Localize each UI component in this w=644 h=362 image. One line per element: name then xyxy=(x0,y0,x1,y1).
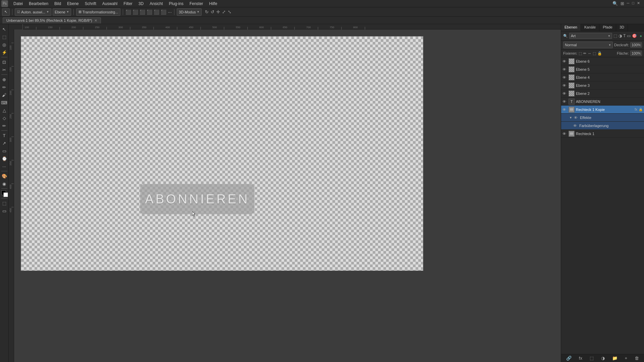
fx-icon[interactable]: fx xyxy=(635,108,637,111)
align-top-btn[interactable]: ⬛ xyxy=(147,9,152,15)
canvas-scroll[interactable]: ABONNIEREN xyxy=(14,29,561,362)
layer-kind-dropdown[interactable]: Art ▼ xyxy=(569,33,612,39)
selection-tool[interactable]: ⬚ xyxy=(1,33,8,41)
visibility-ebene5[interactable]: 👁 xyxy=(562,67,567,71)
3d-mode-dropdown[interactable]: 3D-Modus ▼ xyxy=(177,8,202,16)
align-right-btn[interactable]: ⬛ xyxy=(140,9,145,15)
color-swatches[interactable] xyxy=(1,190,8,197)
maximize-btn[interactable]: □ xyxy=(632,1,634,6)
visibility-ebene2[interactable]: 👁 xyxy=(562,92,567,96)
visibility-rechteck1[interactable]: 👁 xyxy=(562,132,567,136)
filter-shape-icon[interactable]: ▭ xyxy=(627,34,631,38)
3d-pan-btn[interactable]: ✛ xyxy=(216,9,220,14)
visibility-farbuberlagerung[interactable]: 👁 xyxy=(573,124,578,128)
magic-wand-tool[interactable]: ⚡ xyxy=(1,49,8,56)
menu-ansicht[interactable]: Ansicht xyxy=(147,1,165,7)
gradient-tool[interactable]: ◇ xyxy=(1,114,8,122)
tab-layers[interactable]: Ebenen xyxy=(561,24,581,31)
lock-position-icon[interactable]: ↔ xyxy=(588,51,591,55)
layer-item-abonnieren[interactable]: 👁 T ABONNIEREN xyxy=(561,98,644,106)
shape-tool[interactable]: ··· xyxy=(1,163,8,170)
layer-item-ebene4[interactable]: 👁 Ebene 4 xyxy=(561,73,644,81)
auto-select-checkbox[interactable]: ☑ Auton. auswi... ▼ xyxy=(15,8,51,16)
canvas[interactable]: ABONNIEREN xyxy=(21,36,423,271)
close-btn[interactable]: ✕ xyxy=(637,1,640,6)
layer-dropdown[interactable]: Ebene ▼ xyxy=(53,8,71,16)
brush-tool[interactable]: ✏ xyxy=(1,83,8,91)
menu-hilfe[interactable]: Hilfe xyxy=(207,1,220,7)
pen-tool[interactable]: ↗ xyxy=(1,139,8,147)
menu-3d[interactable]: 3D xyxy=(136,1,146,7)
lock-transparency-icon[interactable]: ⬚ xyxy=(579,51,582,56)
layer-item-ebene6[interactable]: 👁 Ebene 6 xyxy=(561,57,644,65)
move-tool-btn[interactable]: ↖ xyxy=(2,8,10,16)
quick-mask-btn[interactable]: ⬚ xyxy=(1,199,8,207)
filter-text-icon[interactable]: T xyxy=(623,34,626,38)
eraser-tool[interactable]: △ xyxy=(1,107,8,114)
tab-3d[interactable]: 3D xyxy=(616,24,628,31)
layer-item-rechteck1kopie[interactable]: 👁 Rechteck 1 Kopie fx 🔒 xyxy=(561,106,644,114)
layer-item-rechteck1[interactable]: 👁 Rechteck 1 xyxy=(561,130,644,138)
menu-ebene[interactable]: Ebene xyxy=(64,1,82,7)
menu-filter[interactable]: Filter xyxy=(121,1,135,7)
layer-item-ebene3[interactable]: 👁 Ebene 3 xyxy=(561,81,644,89)
lasso-tool[interactable]: ◎ xyxy=(1,41,8,48)
visibility-ebene6[interactable]: 👁 xyxy=(562,59,567,63)
expand-effekte[interactable]: ▼ xyxy=(569,116,573,119)
menu-auswahl[interactable]: Auswahl xyxy=(100,1,120,7)
move-tool[interactable]: ↖ xyxy=(1,25,8,33)
lock-pixels-icon[interactable]: ✏ xyxy=(583,51,586,56)
lock-artboards-icon[interactable]: ⬚ xyxy=(593,51,596,56)
healing-tool[interactable]: ⊕ xyxy=(1,76,8,83)
distribute-btn[interactable]: ··· xyxy=(168,9,172,15)
screen-mode-btn[interactable]: ▭ xyxy=(1,207,8,215)
link-layers-btn[interactable]: 🔗 xyxy=(566,356,572,361)
subscribe-button-canvas[interactable]: ABONNIEREN xyxy=(140,184,254,214)
align-center-btn[interactable]: ⬛ xyxy=(132,9,138,15)
blend-mode-dropdown[interactable]: Normal ▼ xyxy=(563,42,613,48)
blur-tool[interactable]: ✏ xyxy=(1,122,8,129)
align-bottom-btn[interactable]: ⬛ xyxy=(161,9,166,15)
new-fill-layer-btn[interactable]: ◑ xyxy=(601,356,605,361)
visibility-effekte[interactable]: 👁 xyxy=(574,116,579,120)
filter-pixel-icon[interactable]: ⬚ xyxy=(613,34,617,38)
filter-adjust-icon[interactable]: ◑ xyxy=(619,34,622,38)
hand-tool[interactable]: 🎨 xyxy=(1,172,8,180)
background-color[interactable] xyxy=(3,192,8,197)
tab-paths[interactable]: Pfade xyxy=(599,24,616,31)
history-brush[interactable]: ⌨ xyxy=(1,99,8,106)
add-mask-btn[interactable]: ⬚ xyxy=(590,356,594,361)
3d-slide-btn[interactable]: ⤢ xyxy=(222,9,226,14)
tab-channels[interactable]: Kanäle xyxy=(581,24,599,31)
search-icon[interactable]: 🔍 xyxy=(612,1,618,6)
layer-item-ebene2[interactable]: 👁 Ebene 2 xyxy=(561,89,644,98)
minimize-btn[interactable]: ─ xyxy=(627,1,630,6)
menu-schrift[interactable]: Schrift xyxy=(82,1,99,7)
document-tab[interactable]: Unbenannt-1 bei 89,5% (Rechteck 1 Kopie,… xyxy=(3,17,101,23)
align-left-btn[interactable]: ⬛ xyxy=(125,9,131,15)
filter-toggle[interactable]: ● xyxy=(640,34,642,38)
close-doc-btn[interactable]: ✕ xyxy=(94,18,97,23)
align-middle-btn[interactable]: ⬛ xyxy=(154,9,159,15)
3d-scale-btn[interactable]: ⤡ xyxy=(228,9,231,14)
visibility-rechteck1kopie[interactable]: 👁 xyxy=(562,108,567,112)
new-group-btn[interactable]: 📁 xyxy=(612,356,618,361)
opacity-input[interactable] xyxy=(630,42,642,48)
visibility-ebene3[interactable]: 👁 xyxy=(562,83,567,87)
delete-layer-btn[interactable]: 🗑 xyxy=(635,356,639,361)
filter-smart-icon[interactable]: 🎯 xyxy=(632,34,637,38)
layer-item-farbuberlagerung[interactable]: 👁 Farbüberlagerung xyxy=(561,122,644,130)
fill-input[interactable] xyxy=(630,51,642,56)
add-style-btn[interactable]: fx xyxy=(579,356,582,361)
menu-fenster[interactable]: Fenster xyxy=(187,1,206,7)
layer-item-effekte[interactable]: ▼ 👁 Effekte xyxy=(561,114,644,122)
menu-datei[interactable]: Datei xyxy=(11,1,25,7)
new-layer-btn[interactable]: + xyxy=(625,356,628,361)
eyedropper-tool[interactable]: ✂ xyxy=(1,66,8,73)
menu-bearbeiten[interactable]: Bearbeiten xyxy=(26,1,51,7)
visibility-ebene4[interactable]: 👁 xyxy=(562,75,567,79)
path-select-tool[interactable]: ⌚ xyxy=(1,155,8,162)
transform-btn[interactable]: ⊞ Transformationsstrg... xyxy=(76,8,121,16)
clone-tool[interactable]: 🖌 xyxy=(1,91,8,99)
lock-all-icon[interactable]: 🔒 xyxy=(597,51,602,56)
